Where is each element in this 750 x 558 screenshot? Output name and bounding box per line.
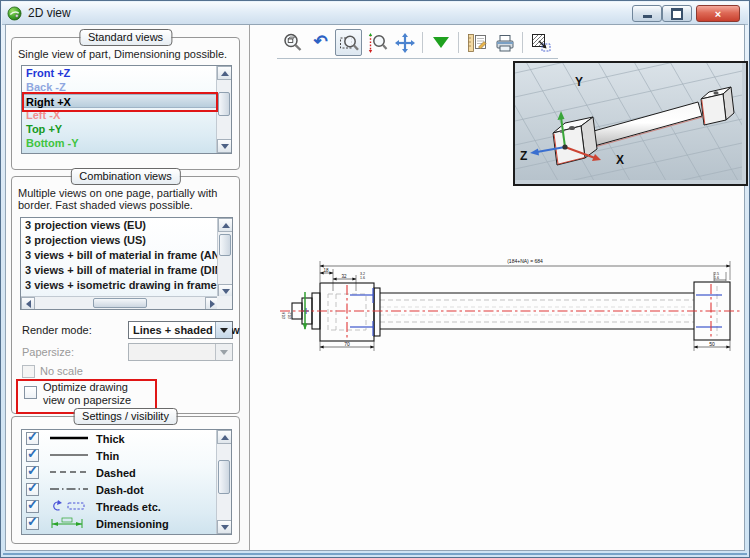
setting-row-dashed[interactable]: ✓ Dashed (22, 464, 231, 481)
checkbox[interactable]: ✓ (26, 466, 39, 479)
settings-header: Settings / visibility (73, 408, 178, 425)
dropdown-arrow-button[interactable] (215, 344, 232, 360)
arrow-right-icon (210, 300, 215, 308)
combination-views-groupbox: Combination views Multiple views on one … (11, 176, 240, 414)
checkbox[interactable]: ✓ (26, 483, 39, 496)
setting-row-hidden-partial[interactable]: Hidden (22, 532, 231, 535)
standard-views-list[interactable]: Front +Z Back -Z Right +X Left -X Top +Y… (21, 65, 232, 154)
view-direction-button[interactable] (427, 29, 454, 56)
render-mode-dropdown[interactable]: Lines + shaded view (128, 321, 233, 339)
setting-row-thin[interactable]: ✓ Thin (22, 447, 231, 464)
zoom-window-button[interactable] (335, 29, 362, 56)
undo-button[interactable]: ↶ (307, 29, 334, 56)
toolbar: ↶ (277, 28, 558, 59)
pan-icon (394, 32, 416, 54)
checkbox[interactable]: ✓ (26, 432, 39, 445)
combo-item-3[interactable]: 3 views + bill of material in frame (ANS… (21, 248, 232, 263)
checkbox[interactable] (26, 534, 39, 535)
arrow-up-icon (221, 71, 229, 76)
zoom-window-icon (338, 32, 360, 54)
list-item-front[interactable]: Front +Z (22, 66, 231, 80)
zoom-fit-button[interactable] (279, 29, 306, 56)
dash-dot-line-icon (48, 484, 96, 496)
standard-views-description: Single view of part, Dimensioning possib… (18, 48, 227, 60)
toolbar-separator (422, 32, 423, 53)
check-icon: ✓ (27, 497, 38, 512)
export-drawing-button[interactable] (527, 29, 554, 56)
dashed-line-icon (48, 467, 96, 479)
page-setup-button[interactable] (463, 29, 490, 56)
checkbox[interactable]: ✓ (26, 500, 39, 513)
window: 2D view × Standard views Single view of … (0, 0, 750, 558)
scroll-thumb[interactable] (218, 460, 230, 494)
axis-label-x: X (616, 153, 624, 167)
surface-mark: 1.6 (360, 276, 365, 280)
combination-horizontal-scrollbar[interactable] (21, 296, 219, 309)
checkbox[interactable]: ✓ (26, 449, 39, 462)
print-button[interactable] (491, 29, 518, 56)
list-item-right-selected[interactable]: Right +X (22, 94, 231, 108)
combo-item-4[interactable]: 3 views + bill of material in frame (DIN… (21, 263, 232, 278)
chevron-down-icon (220, 328, 228, 333)
no-scale-label: No scale (40, 365, 83, 377)
dimension-icon (48, 517, 96, 531)
setting-row-threads[interactable]: ✓ Threads etc. (22, 498, 231, 515)
pan-button[interactable] (391, 29, 418, 56)
green-down-arrow-icon (433, 37, 449, 48)
zoom-dynamic-button[interactable] (363, 29, 390, 56)
maximize-button[interactable] (662, 5, 692, 22)
scroll-thumb[interactable] (219, 234, 231, 256)
arrow-left-icon (26, 300, 31, 308)
combo-item-1[interactable]: 3 projection views (EU) (21, 218, 232, 233)
app-icon (7, 6, 22, 21)
list-item-bottom[interactable]: Bottom -Y (22, 136, 231, 150)
check-icon: ✓ (27, 480, 38, 495)
check-icon: ✓ (27, 514, 38, 529)
dimension-18: 18 (323, 268, 329, 273)
settings-groupbox: Settings / visibility ✓ Thick ✓ Thin ✓ (11, 416, 240, 544)
scroll-thumb[interactable] (93, 298, 147, 308)
close-button[interactable]: × (696, 5, 740, 22)
list-item-isometric-partial[interactable]: Isometric (22, 150, 231, 154)
shaft-diameter-label: Ø12 (288, 312, 292, 319)
preview-3d: Y Z X (513, 61, 748, 186)
scroll-up-button[interactable] (217, 66, 232, 80)
settings-scrollbar[interactable] (216, 430, 231, 534)
scroll-up-button[interactable] (218, 218, 233, 232)
no-scale-checkbox[interactable] (22, 365, 35, 378)
checkbox[interactable]: ✓ (26, 517, 39, 530)
combo-item-5[interactable]: 3 views + isometric drawing in frame (AN… (21, 278, 232, 293)
standard-views-groupbox: Standard views Single view of part, Dime… (11, 37, 240, 170)
scroll-up-button[interactable] (217, 430, 232, 444)
drawing-canvas[interactable]: (184+NA) = 684 18 32 3.2 1.6 2.5 1.6 (270, 246, 750, 386)
scroll-left-button[interactable] (21, 297, 35, 310)
papersize-dropdown[interactable] (128, 343, 233, 361)
combo-item-2[interactable]: 3 projection views (US) (21, 233, 232, 248)
scroll-down-button[interactable] (217, 139, 232, 153)
list-item-top[interactable]: Top +Y (22, 122, 231, 136)
dialog-content: Standard views Single view of part, Dime… (5, 24, 745, 551)
settings-list[interactable]: ✓ Thick ✓ Thin ✓ Dashed (21, 429, 232, 535)
setting-row-thick[interactable]: ✓ Thick (22, 430, 231, 447)
scroll-down-button[interactable] (217, 520, 232, 534)
dimension-32: 32 (341, 274, 347, 279)
list-item-back[interactable]: Back -Z (22, 80, 231, 94)
combination-vertical-scrollbar[interactable] (217, 218, 232, 298)
dropdown-arrow-button[interactable] (215, 322, 232, 338)
scrollbar-corner (217, 296, 232, 309)
arrow-up-icon (221, 435, 229, 440)
scroll-thumb[interactable] (218, 92, 230, 116)
setting-row-dimensioning[interactable]: ✓ Dimensioning (22, 515, 231, 532)
setting-row-dash-dot[interactable]: ✓ Dash-dot (22, 481, 231, 498)
maximize-icon (671, 8, 683, 20)
minimize-button[interactable] (632, 5, 662, 22)
optimize-checkbox[interactable] (24, 386, 37, 399)
list-item-left[interactable]: Left -X (22, 108, 231, 122)
frame-bottom-accent (3, 553, 747, 555)
render-mode-label: Render mode: (22, 324, 92, 336)
titlebar: 2D view × (2, 2, 748, 25)
combination-views-list[interactable]: 3 projection views (EU) 3 projection vie… (20, 217, 233, 310)
optimize-label: Optimize drawing view on papersize (43, 381, 147, 407)
standard-views-scrollbar[interactable] (216, 66, 231, 153)
undo-icon: ↶ (313, 33, 327, 50)
